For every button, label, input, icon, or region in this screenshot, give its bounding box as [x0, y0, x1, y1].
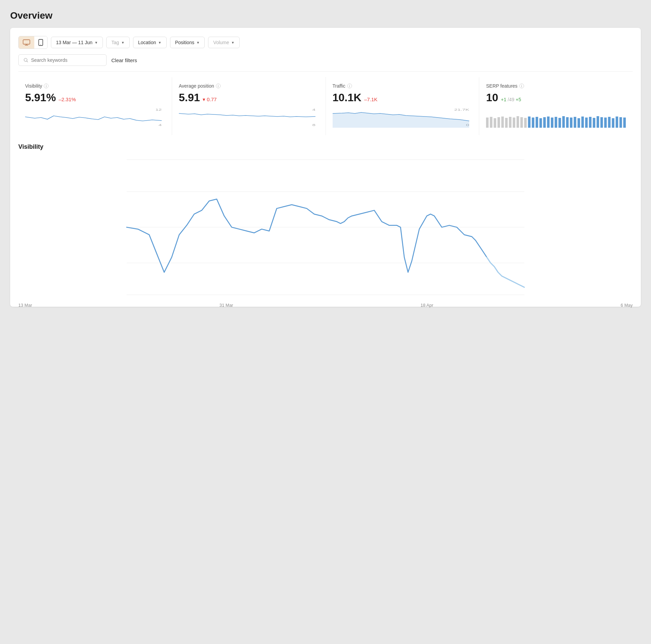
svg-text:12: 12	[155, 108, 162, 111]
traffic-label: Traffic	[333, 83, 346, 89]
svg-text:4: 4	[159, 123, 162, 127]
search-row: Clear filters	[18, 54, 633, 66]
svg-rect-31	[562, 116, 565, 128]
svg-rect-15	[501, 117, 504, 128]
avg-position-label: Average position	[179, 83, 214, 89]
svg-rect-16	[505, 118, 507, 128]
avg-position-change: ▾ 0.77	[203, 96, 217, 103]
tag-label: Tag	[111, 40, 119, 45]
desktop-button[interactable]	[19, 36, 34, 49]
svg-rect-12	[490, 117, 492, 128]
svg-rect-43	[608, 117, 611, 128]
volume-arrow-icon: ▼	[231, 41, 235, 44]
svg-rect-20	[520, 117, 523, 128]
svg-rect-46	[619, 117, 622, 128]
serp-slash: /49	[508, 97, 514, 102]
serp-mini-chart	[486, 107, 626, 128]
clear-filters-button[interactable]: Clear filters	[111, 57, 137, 63]
visibility-section-title: Visibility	[18, 143, 633, 150]
svg-rect-14	[498, 117, 500, 128]
svg-rect-40	[597, 116, 599, 128]
avg-position-mini-chart: 4 8	[179, 107, 319, 128]
toolbar: 13 Mar — 11 Jun ▼ Tag ▼ Location ▼ Posit…	[18, 36, 633, 49]
device-toggle	[18, 36, 48, 49]
svg-rect-45	[616, 117, 618, 128]
svg-rect-21	[524, 118, 527, 128]
positions-button[interactable]: Positions ▼	[170, 37, 205, 48]
svg-rect-44	[612, 118, 614, 128]
search-box	[18, 54, 107, 66]
page-title: Overview	[10, 10, 641, 21]
date-range-arrow-icon: ▼	[94, 41, 98, 44]
x-axis-labels: 13 Mar 31 Mar 18 Apr 6 May	[18, 300, 633, 308]
svg-point-2	[40, 44, 41, 45]
visibility-chart	[18, 156, 633, 299]
svg-rect-22	[528, 117, 531, 128]
visibility-mini-chart: 12 4	[25, 107, 165, 128]
mobile-button[interactable]	[34, 36, 47, 49]
svg-rect-39	[593, 118, 595, 128]
traffic-change: –7.1K	[364, 96, 377, 102]
visibility-info-icon: i	[44, 84, 49, 88]
svg-rect-17	[509, 117, 511, 128]
main-card: 13 Mar — 11 Jun ▼ Tag ▼ Location ▼ Posit…	[10, 28, 641, 307]
date-range-label: 13 Mar — 11 Jun	[56, 40, 92, 45]
svg-rect-47	[624, 118, 626, 128]
tag-button[interactable]: Tag ▼	[106, 37, 129, 48]
visibility-chart-container: 13 Mar 31 Mar 18 Apr 6 May	[18, 156, 633, 299]
svg-rect-13	[494, 118, 496, 128]
svg-rect-23	[532, 118, 534, 128]
svg-rect-29	[555, 117, 557, 128]
metric-card-avg-position: Average position i 5.91 ▾ 0.77 4 8	[172, 77, 326, 135]
svg-rect-18	[513, 118, 515, 128]
serp-extra: +5	[516, 97, 521, 102]
x-label-0: 13 Mar	[18, 303, 32, 308]
mobile-icon	[38, 39, 43, 46]
visibility-section: Visibility 13 Mar 31 Mar 18 Apr 6 May	[18, 143, 633, 299]
svg-rect-34	[574, 117, 576, 128]
svg-rect-30	[559, 118, 561, 128]
desktop-icon	[23, 39, 30, 46]
visibility-label: Visibility	[25, 83, 42, 89]
svg-rect-42	[604, 118, 607, 128]
svg-rect-33	[570, 118, 572, 128]
traffic-info-icon: i	[347, 84, 352, 88]
volume-button[interactable]: Volume ▼	[208, 37, 240, 48]
location-label: Location	[138, 40, 156, 45]
x-label-1: 31 Mar	[219, 303, 233, 308]
svg-text:21.7K: 21.7K	[454, 108, 469, 111]
avg-position-info-icon: i	[216, 84, 221, 88]
traffic-mini-chart: 21.7K 0	[333, 107, 472, 128]
serp-positive-change: +1	[501, 97, 506, 102]
svg-rect-28	[551, 118, 553, 128]
search-icon	[23, 57, 28, 63]
svg-text:4: 4	[312, 108, 316, 111]
svg-rect-24	[536, 117, 538, 128]
search-input[interactable]	[31, 57, 101, 63]
visibility-change: –2.31%	[59, 96, 76, 102]
avg-position-value: 5.91	[179, 91, 200, 104]
positions-arrow-icon: ▼	[196, 41, 200, 44]
visibility-value: 5.91%	[25, 91, 56, 104]
svg-rect-36	[581, 117, 584, 128]
traffic-value: 10.1K	[333, 91, 361, 104]
positions-label: Positions	[175, 40, 194, 45]
svg-rect-27	[547, 117, 550, 128]
location-button[interactable]: Location ▼	[133, 37, 167, 48]
metric-card-visibility: Visibility i 5.91% –2.31% 12 4	[18, 77, 172, 135]
svg-rect-37	[585, 118, 588, 128]
serp-value: 10	[486, 91, 498, 104]
svg-rect-32	[566, 117, 569, 128]
divider	[18, 71, 633, 72]
metrics-row: Visibility i 5.91% –2.31% 12 4 Average p…	[18, 77, 633, 135]
date-range-button[interactable]: 13 Mar — 11 Jun ▼	[51, 37, 103, 48]
svg-rect-26	[543, 117, 546, 128]
serp-label: SERP features	[486, 83, 517, 89]
svg-rect-35	[578, 118, 580, 128]
svg-rect-38	[589, 117, 591, 128]
svg-rect-25	[539, 118, 542, 128]
x-label-3: 6 May	[621, 303, 633, 308]
metric-card-traffic: Traffic i 10.1K –7.1K 21.7K 0	[326, 77, 480, 135]
metric-card-serp: SERP features i 10 +1 /49 +5	[479, 77, 633, 135]
volume-label: Volume	[213, 40, 229, 45]
